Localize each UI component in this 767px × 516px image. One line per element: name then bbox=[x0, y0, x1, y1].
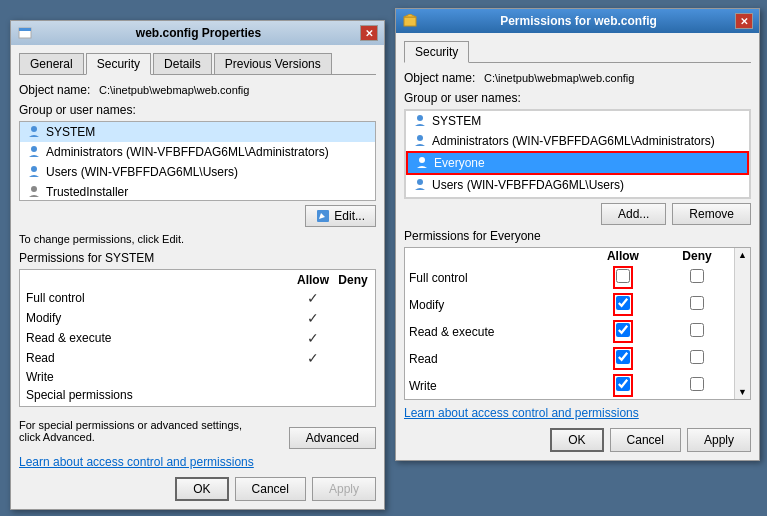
svg-point-5 bbox=[31, 186, 37, 192]
write-deny-checkbox[interactable] bbox=[690, 377, 704, 391]
right-cancel-button[interactable]: Cancel bbox=[610, 428, 681, 452]
cancel-button[interactable]: Cancel bbox=[235, 477, 306, 501]
advanced-button[interactable]: Advanced bbox=[289, 427, 376, 449]
right-close-button[interactable]: ✕ bbox=[735, 13, 753, 29]
user-icon bbox=[412, 177, 428, 193]
add-button[interactable]: Add... bbox=[601, 203, 666, 225]
left-window-content: General Security Details Previous Versio… bbox=[11, 45, 384, 509]
write-allow-checkbox[interactable] bbox=[616, 377, 630, 391]
left-tab-bar: General Security Details Previous Versio… bbox=[19, 53, 376, 75]
table-row: Special permissions bbox=[22, 386, 373, 404]
scroll-up[interactable]: ▲ bbox=[738, 250, 747, 260]
allow-header: Allow bbox=[586, 248, 660, 264]
list-item[interactable]: Users (WIN-VFBFFDAG6ML\Users) bbox=[20, 162, 375, 182]
user-icon bbox=[414, 155, 430, 171]
edit-button-label: Edit... bbox=[334, 209, 365, 223]
svg-rect-7 bbox=[404, 17, 416, 26]
table-row: Modify ✓ bbox=[22, 308, 373, 328]
list-item[interactable]: TrustedInstaller bbox=[406, 195, 749, 199]
tab-previous-versions[interactable]: Previous Versions bbox=[214, 53, 332, 74]
left-window-icon bbox=[17, 25, 33, 41]
right-window-content: Security Object name: C:\inetpub\webmap\… bbox=[396, 33, 759, 460]
list-item[interactable]: Everyone bbox=[406, 151, 749, 175]
user-icon bbox=[26, 164, 42, 180]
remove-button[interactable]: Remove bbox=[672, 203, 751, 225]
right-user-list[interactable]: SYSTEM Administrators (WIN-VFBFFDAG6ML\A… bbox=[404, 109, 751, 199]
user-icon bbox=[412, 197, 428, 199]
perm-name: Full control bbox=[22, 288, 293, 308]
right-tab-bar: Security bbox=[404, 41, 751, 63]
right-bottom-buttons: OK Cancel Apply bbox=[404, 428, 751, 452]
perm-name: Write bbox=[405, 372, 586, 399]
left-object-row: Object name: C:\inetpub\webmap\web.confi… bbox=[19, 83, 376, 97]
table-row: Read bbox=[405, 345, 734, 372]
user-icon bbox=[412, 113, 428, 129]
advanced-info: For special permissions or advanced sett… bbox=[19, 419, 289, 443]
scroll-down[interactable]: ▼ bbox=[738, 387, 747, 397]
perm-name: Read & execute bbox=[22, 328, 293, 348]
right-object-label: Object name: bbox=[404, 71, 484, 85]
list-item[interactable]: Administrators (WIN-VFBFFDAG6ML\Administ… bbox=[406, 131, 749, 151]
modify-allow-checkbox[interactable] bbox=[616, 296, 630, 310]
left-window-title: web.config Properties bbox=[37, 26, 360, 40]
table-row: Read & execute ✓ bbox=[22, 328, 373, 348]
list-item[interactable]: TrustedInstaller bbox=[20, 182, 375, 201]
svg-rect-1 bbox=[19, 28, 31, 31]
perm-name: Read bbox=[22, 348, 293, 368]
perm-name: Read & execute bbox=[405, 318, 586, 345]
left-user-list[interactable]: SYSTEM Administrators (WIN-VFBFFDAG6ML\A… bbox=[19, 121, 376, 201]
apply-button[interactable]: Apply bbox=[312, 477, 376, 501]
svg-point-9 bbox=[417, 115, 423, 121]
tab-security[interactable]: Security bbox=[86, 53, 151, 75]
allow-check: ✓ bbox=[307, 310, 319, 326]
read-deny-checkbox[interactable] bbox=[690, 350, 704, 364]
tab-details[interactable]: Details bbox=[153, 53, 212, 74]
left-title-bar: web.config Properties ✕ bbox=[11, 21, 384, 45]
left-group-label: Group or user names: bbox=[19, 103, 376, 117]
list-item[interactable]: SYSTEM bbox=[406, 111, 749, 131]
read-allow-checkbox[interactable] bbox=[616, 350, 630, 364]
right-access-control-link[interactable]: Learn about access control and permissio… bbox=[404, 406, 639, 420]
right-ok-button[interactable]: OK bbox=[550, 428, 603, 452]
full-control-allow-checkbox[interactable] bbox=[616, 269, 630, 283]
tab-security-right[interactable]: Security bbox=[404, 41, 469, 63]
ok-button[interactable]: OK bbox=[175, 477, 228, 501]
svg-marker-8 bbox=[404, 14, 416, 17]
modify-deny-checkbox[interactable] bbox=[690, 296, 704, 310]
right-apply-button[interactable]: Apply bbox=[687, 428, 751, 452]
deny-header: Deny bbox=[333, 272, 373, 288]
edit-info-text: To change permissions, click Edit. bbox=[19, 233, 376, 245]
access-control-link[interactable]: Learn about access control and permissio… bbox=[19, 455, 254, 469]
table-row: Read ✓ bbox=[22, 348, 373, 368]
read-execute-allow-checkbox[interactable] bbox=[616, 323, 630, 337]
left-object-label: Object name: bbox=[19, 83, 99, 97]
svg-point-4 bbox=[31, 166, 37, 172]
user-icon bbox=[412, 133, 428, 149]
left-permissions-table: Allow Deny Full control ✓ Modify ✓ bbox=[22, 272, 373, 404]
read-execute-deny-checkbox[interactable] bbox=[690, 323, 704, 337]
list-item[interactable]: SYSTEM bbox=[20, 122, 375, 142]
right-group-label: Group or user names: bbox=[404, 91, 751, 105]
tab-general[interactable]: General bbox=[19, 53, 84, 74]
left-close-button[interactable]: ✕ bbox=[360, 25, 378, 41]
scroll-bar[interactable]: ▲ ▼ bbox=[734, 248, 750, 399]
add-remove-buttons: Add... Remove bbox=[404, 203, 751, 225]
list-item[interactable]: Users (WIN-VFBFFDAG6ML\Users) bbox=[406, 175, 749, 195]
full-control-deny-checkbox[interactable] bbox=[690, 269, 704, 283]
left-window: web.config Properties ✕ General Security… bbox=[10, 20, 385, 510]
user-icon bbox=[26, 184, 42, 200]
user-name: SYSTEM bbox=[432, 114, 481, 128]
allow-header: Allow bbox=[293, 272, 333, 288]
user-name: Everyone bbox=[434, 156, 485, 170]
edit-button[interactable]: Edit... bbox=[305, 205, 376, 227]
table-row: Write bbox=[22, 368, 373, 386]
user-icon bbox=[26, 124, 42, 140]
perm-name: Special permissions bbox=[22, 386, 293, 404]
user-name: Users (WIN-VFBFFDAG6ML\Users) bbox=[432, 178, 624, 192]
perm-name: Modify bbox=[22, 308, 293, 328]
list-item[interactable]: Administrators (WIN-VFBFFDAG6ML\Administ… bbox=[20, 142, 375, 162]
table-row: Read & execute bbox=[405, 318, 734, 345]
table-row: Full control ✓ bbox=[22, 288, 373, 308]
allow-check: ✓ bbox=[307, 350, 319, 366]
right-title-bar: Permissions for web.config ✕ bbox=[396, 9, 759, 33]
